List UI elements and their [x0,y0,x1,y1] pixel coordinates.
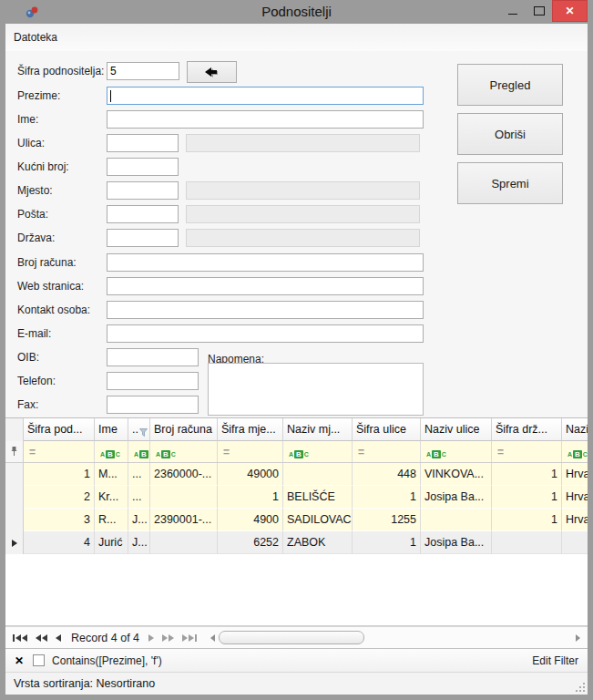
edit-filter-link[interactable]: Edit Filter [532,654,578,667]
nav-next-page-button[interactable] [162,634,174,642]
contains-filter-icon[interactable]: ABC [156,444,176,460]
close-button[interactable]: ✕ [552,0,588,22]
email-input[interactable] [107,324,424,343]
column-header[interactable]: Šifra ulice [353,418,421,441]
grid-cell[interactable]: J... [128,531,150,554]
filter-cell[interactable]: = [24,441,95,462]
horizontal-scrollbar[interactable] [210,631,580,644]
grid-cell[interactable] [150,486,218,509]
grid-cell[interactable]: 448 [353,463,421,486]
grid-cell[interactable]: SADILOVAC [283,509,353,531]
grid-cell[interactable] [492,531,562,554]
grid-cell[interactable]: BELIŠĆE [283,486,353,509]
lookup-button[interactable] [187,61,237,83]
maximize-button[interactable] [526,0,552,22]
nav-next-button[interactable] [148,634,154,642]
grid-cell[interactable] [562,531,588,554]
filter-cell[interactable]: ABC [283,441,353,462]
ime-input[interactable] [107,110,424,129]
grid-cell[interactable]: VINKOVA... [421,463,492,486]
broj-racuna-input[interactable] [107,253,424,272]
table-row[interactable]: 1M......2360000-...49000448VINKOVA...1Hr… [5,463,588,486]
contains-filter-icon[interactable]: ABC [289,444,309,460]
equals-filter-icon[interactable]: = [223,446,230,458]
nav-prev-page-button[interactable] [36,634,47,642]
minimize-button[interactable] [499,0,526,22]
grid-cell[interactable]: M... [95,463,128,486]
posta-input[interactable] [107,205,179,223]
filter-enabled-checkbox[interactable] [33,654,45,666]
filter-cell[interactable]: = [218,441,283,462]
oib-input[interactable] [107,348,199,366]
filter-cell[interactable]: = [492,441,562,462]
telefon-input[interactable] [107,372,199,390]
drzava-input[interactable] [107,229,179,247]
filter-cell[interactable]: ABC [421,441,492,462]
kontakt-osoba-input[interactable] [107,301,424,319]
table-row[interactable]: 4JurićJ...6252ZABOK1Josipa Ba... [5,531,588,554]
filter-cell[interactable]: ABC [95,441,128,462]
nav-prev-button[interactable] [56,634,61,642]
column-header[interactable]: Šifra mje... [218,418,283,441]
napomena-textarea[interactable] [208,363,424,416]
grid-cell[interactable]: 49000 [218,463,283,486]
column-header[interactable]: Nazi [562,418,588,441]
grid-cell[interactable]: 1 [492,486,562,509]
grid-cell[interactable]: Kr... [95,486,128,509]
grid-cell[interactable]: 1 [492,509,562,531]
grid-cell[interactable]: 4900 [218,509,283,531]
table-row[interactable]: 2Kr......1BELIŠĆE1Josipa Ba...1Hrva [5,486,588,509]
pregled-button[interactable]: Pregled [457,64,563,106]
column-header[interactable]: .. [128,418,150,441]
filter-close-icon[interactable]: ✕ [15,654,24,667]
nav-first-button[interactable] [13,634,27,642]
ulica-input[interactable] [107,134,179,152]
contains-filter-icon[interactable]: ABC [134,444,150,460]
grid-cell[interactable]: 1 [218,486,283,509]
contains-filter-icon[interactable]: ABC [100,444,120,460]
equals-filter-icon[interactable]: = [358,446,364,458]
grid-cell[interactable]: ... [128,486,150,509]
grid-cell[interactable]: Josipa Ba... [421,486,492,509]
grid-cell[interactable]: Josipa Ba... [421,531,492,554]
grid-cell[interactable]: Hrva [562,509,588,531]
filter-expression[interactable]: Contains([Prezime], 'f') [52,654,532,667]
grid-cell[interactable]: ... [128,463,150,486]
sifra-input[interactable] [107,62,179,80]
grid-cell[interactable]: 2 [24,486,95,509]
grid-cell[interactable]: J... [128,509,150,531]
contains-filter-icon[interactable]: ABC [567,444,588,460]
prezime-input[interactable] [107,87,424,105]
grid-cell[interactable]: 1 [24,463,95,486]
grid-cell[interactable]: 1 [353,531,421,554]
column-header[interactable]: Naziv mj... [283,418,353,441]
filter-cell[interactable]: = [353,441,421,462]
column-header[interactable]: Šifra pod... [24,418,95,441]
web-stranica-input[interactable] [107,277,424,295]
grid-cell[interactable]: ZABOK [283,531,353,554]
resize-grip[interactable] [575,682,585,692]
nav-last-button[interactable] [182,634,197,642]
grid-cell[interactable] [421,509,492,531]
menu-datoteka[interactable]: Datoteka [5,24,66,51]
grid-cell[interactable] [150,531,218,554]
fax-input[interactable] [107,396,199,414]
grid-cell[interactable]: 1 [353,486,421,509]
filter-cell[interactable]: ABC [150,441,218,462]
filter-cell[interactable]: ABC [562,441,588,462]
scroll-right-icon[interactable] [576,634,580,642]
grid-cell[interactable]: 4 [24,531,95,554]
table-row[interactable]: 3R...J...2390001-...4900SADILOVAC12551Hr… [5,509,588,531]
grid-cell[interactable]: 1 [492,463,562,486]
scrollbar-thumb[interactable] [219,631,364,644]
contains-filter-icon[interactable]: ABC [426,444,446,460]
grid-cell[interactable]: 2390001-... [150,509,218,531]
column-header[interactable]: Šifra drž... [492,418,562,441]
grid-cell[interactable]: 3 [24,509,95,531]
grid-cell[interactable]: 1255 [353,509,421,531]
grid-cell[interactable]: 6252 [218,531,283,554]
column-header[interactable]: Ime [95,418,128,441]
filter-funnel-icon[interactable] [139,422,148,441]
column-header[interactable]: Naziv ulice [421,418,492,441]
filter-cell[interactable]: ABC [128,441,150,462]
